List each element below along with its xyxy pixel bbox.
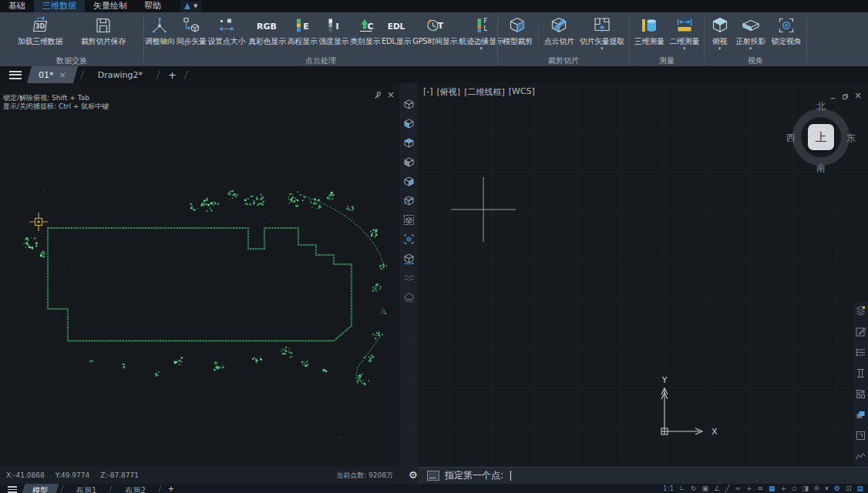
compass-up-face[interactable]: 上: [808, 124, 834, 150]
ribbon-button[interactable]: 俯视▾: [709, 14, 731, 55]
close-icon[interactable]: ×: [387, 91, 395, 99]
ribbon-button[interactable]: EDLEDL显示: [381, 14, 412, 55]
pointcloud-canvas[interactable]: [0, 83, 399, 467]
polyline-wave-icon[interactable]: [855, 451, 866, 465]
close-icon[interactable]: ×: [59, 70, 66, 80]
lineweight-icon[interactable]: ≡: [758, 484, 764, 493]
view-eye-icon[interactable]: [403, 233, 415, 248]
plot-grid-icon[interactable]: ▤: [856, 484, 863, 493]
block-insert-icon[interactable]: [855, 430, 866, 444]
ribbon-button[interactable]: RGB真彩色显示: [247, 14, 287, 55]
menu-item-1[interactable]: 基础: [0, 0, 34, 12]
ribbon-button[interactable]: 裁剪切片保存: [80, 14, 126, 55]
gear-icon[interactable]: ⚙: [409, 469, 418, 481]
compass-north[interactable]: 北: [816, 100, 826, 113]
ribbon-button[interactable]: 模型裁剪: [502, 14, 533, 55]
svg-text:3D: 3D: [35, 23, 45, 30]
document-tab-1[interactable]: 01*×: [29, 66, 76, 83]
layout-tab-3[interactable]: 布局2: [116, 484, 154, 493]
grid-display-icon[interactable]: ▣: [701, 484, 708, 493]
pointcloud-viewport[interactable]: 锁定/解除俯视: Shift + Tab 显示/关闭捕捉框: Ctrl + 鼠标…: [0, 83, 399, 484]
viewport-header-control-4[interactable]: [WCS]: [509, 86, 535, 98]
ribbon-button[interactable]: E高程显示: [287, 14, 318, 55]
ribbon-button[interactable]: 调整轴向: [144, 14, 176, 55]
ribbon-button[interactable]: 同步矢量: [176, 14, 207, 55]
chevron-down-icon[interactable]: ▾: [749, 46, 752, 52]
command-prompt: 指定第一个点:: [445, 469, 503, 482]
close-icon[interactable]: ×: [854, 92, 862, 99]
left-face-cube-icon[interactable]: [403, 156, 415, 171]
ribbon-button[interactable]: 点云切片: [543, 14, 575, 55]
right-face-cube-icon[interactable]: [403, 176, 415, 190]
ribbon-button[interactable]: 二维测量▾: [668, 14, 700, 55]
compass-east[interactable]: 东: [846, 132, 856, 145]
ribbon-button[interactable]: 三维测量: [634, 14, 665, 55]
feature-list-icon[interactable]: [855, 347, 866, 361]
rotate-view-icon[interactable]: [403, 253, 415, 267]
front-face-cube-icon[interactable]: [403, 118, 415, 132]
command-bar[interactable]: 指定第一个点:: [418, 467, 868, 484]
section-cloud-icon[interactable]: [403, 291, 415, 306]
menu-item-4[interactable]: 帮助: [136, 0, 170, 12]
boxed-dot-icon[interactable]: ⊡: [846, 484, 852, 493]
view-compass[interactable]: 北 南 西 东 上: [786, 102, 856, 173]
group-mark-icon[interactable]: ※: [814, 484, 820, 493]
layout-tab-1[interactable]: 模型: [23, 484, 57, 493]
top-face-cube-icon[interactable]: [403, 137, 415, 152]
ribbon-button[interactable]: 切片矢量提取▾: [579, 14, 625, 55]
dropdown-arrow-icon[interactable]: ▾: [825, 484, 829, 493]
layout-menu-icon[interactable]: [8, 486, 17, 493]
ribbon-group-2: 调整轴向同步矢量设置点大小RGB真彩色显示E高程显示I强度显示C类别显示EDLE…: [144, 12, 497, 66]
column-section-icon[interactable]: [855, 367, 866, 382]
compass-west[interactable]: 西: [786, 132, 796, 145]
polar-angle-icon[interactable]: ∠: [714, 484, 720, 493]
quick-properties-icon[interactable]: ▫: [792, 484, 796, 493]
chevron-down-icon[interactable]: ▾: [601, 46, 604, 52]
file-menu-icon[interactable]: [9, 71, 22, 79]
chevron-down-icon[interactable]: ▾: [718, 46, 722, 52]
layer-stack-icon[interactable]: [855, 409, 866, 424]
new-tab-button[interactable]: +: [168, 69, 177, 81]
document-tab-2[interactable]: Drawing2*: [89, 66, 152, 83]
chevron-down-icon[interactable]: ▾: [480, 46, 483, 52]
new-layout-button[interactable]: +: [168, 484, 174, 493]
viewport-header-control-2[interactable]: [俯视]: [437, 86, 461, 98]
settings-gear-icon[interactable]: ⚙: [834, 484, 840, 493]
wave-lines-icon[interactable]: [403, 272, 415, 287]
layer-properties-icon[interactable]: [855, 305, 866, 320]
isoline-icon[interactable]: ╱: [725, 484, 729, 493]
ribbon-button[interactable]: 锁定视角: [771, 14, 802, 55]
viewport-header-control-1[interactable]: [-]: [423, 86, 433, 98]
ribbon-button[interactable]: TGPS时间显示: [412, 14, 458, 55]
mini-cube-icon[interactable]: [403, 214, 415, 229]
iso-cube-icon[interactable]: [403, 99, 415, 113]
ortho-projection-icon: [741, 14, 761, 37]
drawing-viewport[interactable]: [-][俯视][二维线框][WCS] × YX 北 南 西 东 上 指定第一个点…: [418, 83, 868, 484]
minimize-icon[interactable]: [829, 89, 836, 103]
half-shade-icon[interactable]: ◨: [802, 484, 809, 493]
view-add-icon[interactable]: +: [781, 484, 787, 493]
scale-ratio-icon[interactable]: 1:1: [663, 484, 674, 493]
ribbon-button[interactable]: 设置点大小: [207, 14, 247, 55]
snap-add-icon[interactable]: +: [746, 484, 752, 493]
viewport-header-control-3[interactable]: [二维线框]: [464, 86, 505, 98]
compass-south[interactable]: 南: [816, 162, 826, 175]
edit-plan-icon[interactable]: [855, 326, 866, 340]
pin-icon[interactable]: [373, 88, 382, 102]
chevron-down-icon[interactable]: ▾: [683, 46, 686, 52]
restore-icon[interactable]: [842, 89, 849, 103]
slice-cube-icon[interactable]: [403, 195, 415, 210]
smooth-lines-icon[interactable]: ≈: [735, 484, 741, 493]
ribbon-button[interactable]: 3D加载三维数据: [17, 14, 63, 55]
ribbon-button[interactable]: C类别显示: [349, 14, 381, 55]
ribbon-button[interactable]: I强度显示: [318, 14, 349, 55]
refresh-icon[interactable]: ↻: [691, 484, 697, 493]
menu-item-2[interactable]: 三维数据: [34, 0, 85, 12]
layout-tab-2[interactable]: 布局1: [67, 484, 106, 493]
menu-item-3[interactable]: 矢量绘制: [85, 0, 136, 12]
object-group-icon[interactable]: [855, 388, 866, 403]
quick-access-dropdown[interactable]: ▼: [180, 1, 201, 12]
ribbon-button[interactable]: 正射投影▾: [735, 14, 766, 55]
monitor-display-icon[interactable]: ▦: [769, 484, 775, 493]
ortho-corner-icon[interactable]: ∟: [679, 484, 685, 493]
